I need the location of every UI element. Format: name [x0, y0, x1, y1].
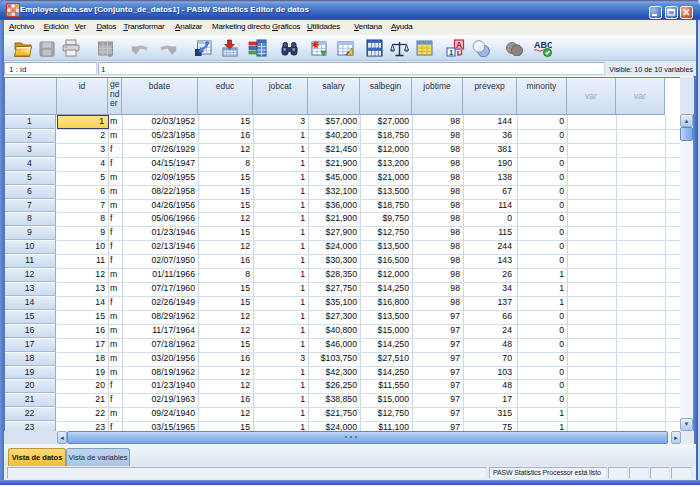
svg-text:A: A — [455, 40, 461, 50]
svg-text:1: 1 — [448, 48, 452, 57]
